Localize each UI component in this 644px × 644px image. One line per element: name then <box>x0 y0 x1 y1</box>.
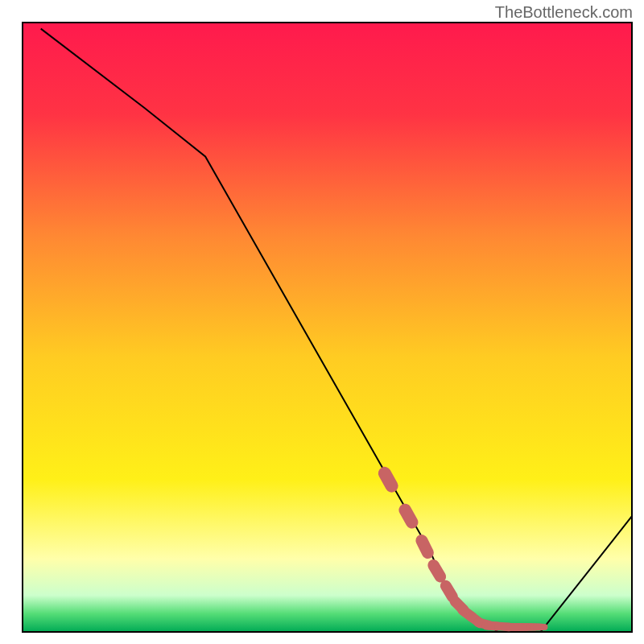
plot-background <box>23 23 632 632</box>
svg-line-0 <box>385 473 392 486</box>
watermark-text: TheBottleneck.com <box>495 3 633 22</box>
chart-svg <box>0 0 644 644</box>
svg-line-2 <box>422 540 428 552</box>
svg-line-1 <box>405 510 411 522</box>
svg-line-4 <box>446 586 452 597</box>
chart-container: TheBottleneck.com <box>0 0 644 644</box>
svg-line-3 <box>434 565 440 576</box>
